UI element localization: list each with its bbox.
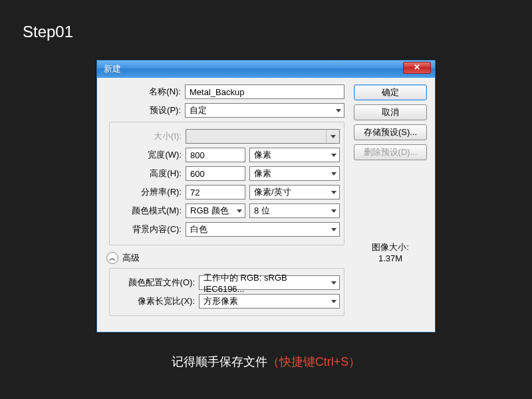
chevron-down-icon: [331, 300, 336, 303]
step-title: Step01: [23, 23, 73, 41]
resolution-unit-value: 像素/英寸: [254, 186, 291, 198]
footer-tip: 记得顺手保存文件（快捷键Ctrl+S）: [0, 354, 532, 370]
color-mode-value: RGB 颜色: [190, 205, 229, 217]
height-unit-value: 像素: [254, 168, 271, 180]
chevron-down-icon: [331, 228, 336, 231]
row-size: 大小(I):: [114, 129, 340, 144]
chevron-down-icon: [331, 281, 336, 285]
size-group: 大小(I): 宽度(W): 像素 高度(H):: [109, 122, 344, 245]
delete-preset-button: 删除预设(D)...: [354, 144, 427, 160]
dialog-titlebar[interactable]: 新建 ✕: [97, 61, 435, 78]
color-mode-label: 颜色模式(M):: [114, 205, 186, 217]
resolution-label: 分辨率(R):: [114, 186, 186, 198]
chevron-down-icon: [331, 209, 336, 213]
name-input[interactable]: [185, 84, 344, 99]
dialog-body: 名称(N): 预设(P): 自定 大小(I):: [97, 78, 435, 332]
bg-label: 背景内容(C):: [114, 223, 186, 235]
row-aspect: 像素长宽比(X): 方形像素: [114, 294, 340, 309]
save-preset-button[interactable]: 存储预设(S)...: [354, 124, 427, 140]
color-depth-value: 8 位: [254, 205, 270, 217]
row-width: 宽度(W): 像素: [114, 148, 340, 162]
profile-value: 工作中的 RGB: sRGB IEC6196...: [203, 272, 329, 294]
chevron-down-icon: [237, 209, 242, 213]
size-select: [186, 129, 340, 144]
resolution-unit-select[interactable]: 像素/英寸: [249, 185, 340, 200]
resolution-input[interactable]: [186, 185, 245, 200]
close-button[interactable]: ✕: [403, 62, 431, 74]
aspect-value: 方形像素: [203, 295, 238, 307]
new-document-dialog: 新建 ✕ 名称(N): 预设(P): 自定 大小(I):: [96, 60, 436, 332]
chevron-down-icon: [331, 135, 336, 138]
profile-select[interactable]: 工作中的 RGB: sRGB IEC6196...: [199, 275, 340, 290]
profile-label: 颜色配置文件(O):: [114, 277, 199, 289]
height-input[interactable]: [186, 166, 245, 181]
footer-text: 记得顺手保存文件: [172, 355, 267, 368]
advanced-toggle[interactable]: ︽: [106, 252, 118, 264]
dialog-left-column: 名称(N): 预设(P): 自定 大小(I):: [105, 84, 344, 323]
row-color-mode: 颜色模式(M): RGB 颜色 8 位: [114, 203, 340, 218]
height-label: 高度(H):: [114, 168, 186, 180]
footer-hotkey: （快捷键Ctrl+S）: [267, 355, 361, 368]
size-label: 大小(I):: [114, 130, 186, 142]
dialog-right-column: 确定 取消 存储预设(S)... 删除预设(D)... 图像大小: 1.37M: [354, 84, 427, 323]
width-unit-select[interactable]: 像素: [249, 148, 340, 162]
preset-select[interactable]: 自定: [185, 103, 344, 118]
row-resolution: 分辨率(R): 像素/英寸: [114, 185, 340, 200]
bg-value: 白色: [190, 223, 207, 235]
row-height: 高度(H): 像素: [114, 166, 340, 181]
chevron-down-icon: [331, 191, 336, 194]
bg-select[interactable]: 白色: [186, 222, 340, 237]
chevron-down-icon: [336, 109, 341, 112]
row-preset: 预设(P): 自定: [105, 103, 344, 118]
image-size-value: 1.37M: [354, 253, 427, 263]
image-size-label: 图像大小:: [354, 241, 427, 253]
preset-label: 预设(P):: [105, 104, 185, 116]
color-depth-select[interactable]: 8 位: [249, 203, 340, 218]
width-input[interactable]: [186, 148, 245, 162]
name-label: 名称(N):: [105, 86, 185, 98]
aspect-select[interactable]: 方形像素: [199, 294, 340, 309]
ok-button[interactable]: 确定: [354, 84, 427, 100]
row-name: 名称(N):: [105, 84, 344, 99]
row-bg: 背景内容(C): 白色: [114, 222, 340, 237]
width-unit-value: 像素: [254, 149, 271, 161]
image-size-block: 图像大小: 1.37M: [354, 241, 427, 263]
preset-value: 自定: [190, 104, 207, 116]
width-label: 宽度(W):: [114, 149, 186, 161]
advanced-label: 高级: [122, 252, 140, 264]
aspect-label: 像素长宽比(X):: [114, 295, 199, 307]
chevron-down-icon: [331, 154, 336, 157]
cancel-button[interactable]: 取消: [354, 104, 427, 120]
color-mode-select[interactable]: RGB 颜色: [186, 203, 245, 218]
row-profile: 颜色配置文件(O): 工作中的 RGB: sRGB IEC6196...: [114, 275, 340, 290]
advanced-group: 颜色配置文件(O): 工作中的 RGB: sRGB IEC6196... 像素长…: [109, 268, 344, 316]
dialog-title: 新建: [104, 63, 121, 75]
height-unit-select[interactable]: 像素: [249, 166, 340, 181]
chevron-down-icon: [331, 172, 336, 176]
advanced-toggle-row: ︽ 高级: [106, 252, 344, 264]
